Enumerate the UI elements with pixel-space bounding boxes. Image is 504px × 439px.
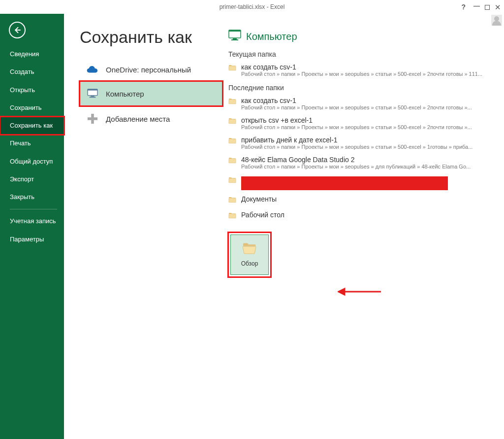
svg-rect-6 xyxy=(88,117,97,120)
help-icon[interactable]: ? xyxy=(461,3,466,10)
folder-icon xyxy=(228,157,236,166)
location-computer-label: Компьютер xyxy=(106,90,144,98)
browse-button[interactable]: Обзор xyxy=(230,235,269,275)
simple-folder-desktop[interactable]: Рабочий стол xyxy=(228,209,499,225)
sidebar-item-new[interactable]: Создать xyxy=(0,63,64,81)
annotation-arrow-icon xyxy=(338,287,382,296)
right-header: Компьютер xyxy=(228,30,499,43)
recent-folder-item-redacted[interactable] xyxy=(228,173,499,193)
recent-folder-item[interactable]: 48-кейс Elama Google Data Studio 2Рабочи… xyxy=(228,154,499,173)
monitor-icon xyxy=(86,89,99,99)
back-arrow-icon xyxy=(13,26,22,34)
cloud-icon xyxy=(86,65,99,74)
sidebar-item-export[interactable]: Экспорт xyxy=(0,170,64,188)
folder-icon xyxy=(228,196,236,205)
sidebar-item-save[interactable]: Сохранить xyxy=(0,99,64,117)
svg-rect-11 xyxy=(229,66,236,70)
recent-folders-heading: Последние папки xyxy=(228,84,499,92)
folder-icon xyxy=(228,117,236,126)
sidebar-item-info[interactable]: Сведения xyxy=(0,45,64,63)
close-button[interactable]: ✕ xyxy=(495,3,501,11)
sidebar-item-options[interactable]: Параметры xyxy=(0,231,64,248)
folder-icon xyxy=(228,98,236,106)
folder-name: как создать csv-1 xyxy=(241,63,499,71)
backstage-sidebar: Сведения Создать Открыть Сохранить Сохра… xyxy=(0,14,64,439)
svg-rect-14 xyxy=(229,139,236,143)
window-controls: ? — ✕ xyxy=(461,0,501,14)
svg-rect-15 xyxy=(229,159,236,163)
svg-rect-18 xyxy=(229,214,236,218)
plus-icon xyxy=(86,113,99,124)
browse-label: Обзор xyxy=(241,260,258,267)
svg-rect-8 xyxy=(229,30,241,32)
recent-folder-item[interactable]: прибавить дней к дате excel-1Рабочий сто… xyxy=(228,134,499,154)
recent-folder-item[interactable]: как создать csv-1Рабочий стол » папки » … xyxy=(228,95,499,114)
sidebar-item-share[interactable]: Общий доступ xyxy=(0,153,64,170)
svg-rect-17 xyxy=(229,198,236,203)
folder-icon xyxy=(228,137,236,146)
location-onedrive-label: OneDrive: персональный xyxy=(106,66,191,74)
sidebar-item-save-as[interactable]: Сохранить как xyxy=(0,117,64,135)
back-button[interactable] xyxy=(9,22,26,38)
sidebar-item-print[interactable]: Печать xyxy=(0,135,64,152)
page-title: Сохранить как xyxy=(80,28,222,47)
location-add-place[interactable]: Добавление места xyxy=(80,106,222,132)
recent-folder-item[interactable]: открыть csv +в excel-1Рабочий стол » пап… xyxy=(228,114,499,134)
svg-rect-3 xyxy=(91,96,94,97)
svg-rect-12 xyxy=(229,100,236,104)
right-header-label: Компьютер xyxy=(246,31,297,42)
sidebar-separator xyxy=(10,209,57,209)
svg-rect-16 xyxy=(229,178,236,183)
title-bar: primer-tablici.xlsx - Excel ? — ✕ xyxy=(0,0,504,14)
minimize-button[interactable]: — xyxy=(473,2,480,9)
svg-rect-2 xyxy=(88,89,97,91)
location-add-place-label: Добавление места xyxy=(106,115,170,123)
folder-path: Рабочий стол » папки » Проекты » мои » s… xyxy=(241,71,497,77)
svg-rect-13 xyxy=(229,119,236,124)
location-computer[interactable]: Компьютер xyxy=(80,81,222,106)
folder-icon xyxy=(228,176,236,185)
folder-icon xyxy=(228,212,236,221)
monitor-icon xyxy=(228,30,241,43)
current-folder-heading: Текущая папка xyxy=(228,50,499,58)
location-onedrive[interactable]: OneDrive: персональный xyxy=(80,58,222,81)
sidebar-item-close[interactable]: Закрыть xyxy=(0,188,64,206)
sidebar-item-open[interactable]: Открыть xyxy=(0,81,64,99)
redacted-annotation xyxy=(241,176,448,190)
restore-button[interactable] xyxy=(485,5,490,10)
svg-rect-9 xyxy=(233,38,237,39)
current-folder-item[interactable]: как создать csv-1 Рабочий стол » папки »… xyxy=(228,61,499,81)
sidebar-item-account[interactable]: Учетная запись xyxy=(0,212,64,230)
simple-folder-documents[interactable]: Документы xyxy=(228,193,499,209)
svg-rect-4 xyxy=(90,97,96,98)
folder-open-icon xyxy=(242,242,257,256)
backstage-content: Сохранить как OneDrive: персональный Ком… xyxy=(64,14,504,439)
window-title: primer-tablici.xlsx - Excel xyxy=(220,3,285,10)
folder-icon xyxy=(228,64,236,73)
svg-rect-10 xyxy=(231,39,238,40)
